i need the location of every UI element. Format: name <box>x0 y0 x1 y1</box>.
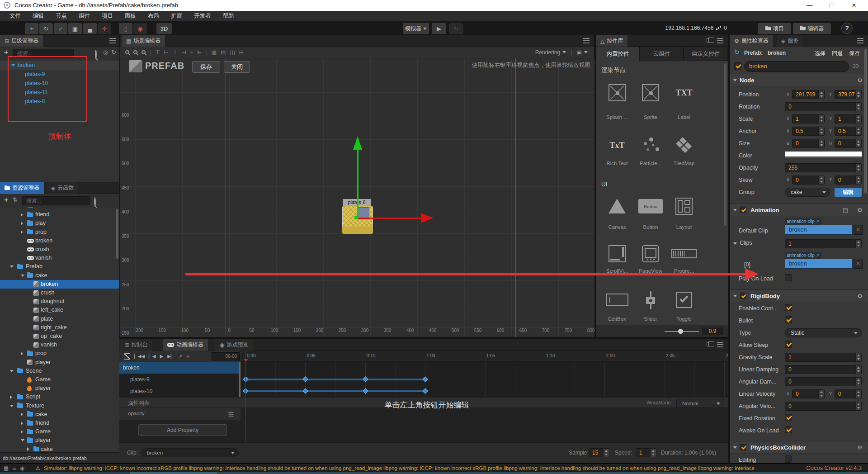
gizmo-y-arrowhead[interactable] <box>353 136 362 150</box>
menu-item-编辑[interactable]: 编辑 <box>27 11 50 21</box>
simulator-dropdown[interactable]: 模拟器 <box>403 23 429 34</box>
open-project-button[interactable]: 项目 <box>758 23 791 34</box>
asset-row-Texture[interactable]: Texture <box>0 402 119 410</box>
close-prefab-button[interactable]: 关闭 <box>224 61 250 73</box>
edit-group-button[interactable]: 编辑 <box>835 188 862 197</box>
search-icon[interactable] <box>94 197 96 207</box>
field-Linear Damping[interactable]: 0 <box>785 365 862 374</box>
field-Gravity Scale[interactable]: 1 <box>785 353 862 362</box>
asset-row-Scene[interactable]: Scene <box>0 367 119 375</box>
global-gizmo-button[interactable]: ◉ <box>133 23 147 34</box>
clip-dropdown[interactable]: broken <box>141 448 239 457</box>
keyframe[interactable] <box>303 376 309 382</box>
field-Rotation[interactable]: 0 <box>785 102 862 111</box>
warning-text[interactable]: Simulator: libpng warning: iCCP: known i… <box>44 465 797 471</box>
asset-row-cake[interactable]: cake <box>0 410 119 419</box>
camera-dropdown[interactable]: ▣ <box>577 49 588 56</box>
collapse-icon[interactable] <box>733 446 737 449</box>
next-frame-button[interactable]: ▶▏ <box>167 354 174 359</box>
timeline-ruler[interactable]: 0:000:050:101:001:051:102:002:052:10 <box>241 351 728 362</box>
prefab-save-button[interactable]: 保存 <box>849 50 860 57</box>
widget-Layout[interactable] <box>668 198 700 215</box>
expand-icon[interactable] <box>21 230 23 234</box>
menu-item-开发者[interactable]: 开发者 <box>188 11 217 21</box>
field-Scale-x[interactable]: 1 <box>792 114 825 123</box>
zoom-slider-knob[interactable] <box>678 329 683 334</box>
align-right-icon[interactable]: ⊩ <box>197 49 202 56</box>
refresh-button[interactable]: ↻ <box>449 23 463 34</box>
asset-row-plate[interactable]: plate <box>0 315 119 323</box>
widget-subtab-云组件[interactable]: 云组件 <box>640 47 684 61</box>
keyframe[interactable] <box>363 388 368 394</box>
gizmo-anchor[interactable] <box>354 216 358 219</box>
asset-row-left_cake[interactable]: left_cake <box>0 306 119 314</box>
widget-Label[interactable]: TXT <box>668 84 700 101</box>
collapse-icon[interactable] <box>21 439 24 441</box>
gear-icon[interactable]: ⚙ <box>857 444 863 451</box>
property-menu-icon[interactable] <box>228 412 233 417</box>
save-prefab-button[interactable]: 保存 <box>192 61 220 73</box>
clips-count-field[interactable]: 1 <box>785 239 862 248</box>
collapse-icon[interactable] <box>10 265 14 268</box>
checkbox-AwakeOnLoad[interactable] <box>785 426 792 433</box>
locate-icon[interactable]: ◎ <box>103 49 108 56</box>
speed-field[interactable]: 1 <box>636 448 656 457</box>
expand-icon[interactable] <box>21 222 23 225</box>
collapse-icon[interactable] <box>21 275 24 277</box>
zoom-reset-icon[interactable] <box>142 50 146 54</box>
align-top-icon[interactable]: ⊤ <box>155 49 160 56</box>
asset-row-crush[interactable]: crush <box>0 289 119 297</box>
asset-row-play[interactable]: play <box>0 219 119 228</box>
rewind-button[interactable]: ▏◀◀ <box>134 354 145 359</box>
expand-icon[interactable] <box>21 352 23 356</box>
asset-row-Prefab[interactable]: Prefab <box>0 262 119 271</box>
docs-icon[interactable]: ▤ <box>843 207 848 213</box>
asset-row-right_cake[interactable]: right_cake <box>0 323 119 332</box>
field-Anchor-y[interactable]: 0.5 <box>835 127 862 136</box>
wrapmode-dropdown[interactable]: Normal <box>676 399 724 408</box>
time-display[interactable]: 00-00 <box>212 352 240 360</box>
pivot-center-button[interactable]: ▄ <box>83 23 97 34</box>
remove-clip-button[interactable]: ✕ <box>854 225 863 235</box>
external-link-icon[interactable]: ↗ <box>816 219 819 224</box>
asset-row-vanish[interactable]: vanish <box>0 341 119 349</box>
gizmo-x-arrowhead[interactable] <box>421 213 434 223</box>
collapse-icon[interactable] <box>733 79 737 81</box>
close-button[interactable]: × <box>846 0 862 11</box>
remove-clip-button[interactable]: ✕ <box>854 259 863 269</box>
prev-frame-button[interactable]: ▏◀ <box>149 354 156 359</box>
tab-animation-editor[interactable]: 动画编辑器 <box>163 339 208 351</box>
add-asset-button[interactable]: + <box>4 196 8 204</box>
expand-icon[interactable] <box>21 422 23 425</box>
asset-row-player[interactable]: player <box>0 436 119 445</box>
gizmo-x-axis[interactable] <box>358 218 421 219</box>
asset-row-doughnut[interactable]: doughnut <box>0 297 119 306</box>
log-icon[interactable]: ≣ <box>12 465 17 471</box>
keyframe[interactable] <box>422 388 428 394</box>
expand-icon[interactable] <box>21 213 23 217</box>
widget-Toggle[interactable] <box>668 291 700 308</box>
asset-row-cake[interactable]: cake <box>0 271 119 280</box>
menu-item-节点[interactable]: 节点 <box>50 11 73 21</box>
add-node-button[interactable]: + <box>4 48 8 57</box>
asset-row-player[interactable]: player <box>0 384 119 393</box>
widgets-scrollbar[interactable] <box>724 63 726 226</box>
checkbox-AllowSleep[interactable] <box>785 341 792 348</box>
rect-tool-button[interactable]: ▣ <box>68 23 82 34</box>
asset-row-friend[interactable]: friend <box>0 419 119 427</box>
distribute-v-icon[interactable]: ▤ <box>221 49 226 56</box>
editing-checkbox[interactable] <box>785 455 792 463</box>
tab-cloud-functions[interactable]: ◈云函数 <box>47 182 78 194</box>
track-splitter[interactable] <box>239 362 241 397</box>
widget-subtab-自定义控件[interactable]: 自定义控件 <box>684 47 728 61</box>
tab-hierarchy[interactable]: ⊟层级管理器 <box>0 35 43 47</box>
color-swatch[interactable] <box>785 152 862 157</box>
search-icon[interactable] <box>95 50 97 59</box>
assets-scrollbar[interactable] <box>116 209 118 259</box>
tab-widget-library[interactable]: △控件库 <box>596 35 627 47</box>
scale-tool-button[interactable]: ↕ <box>54 23 67 34</box>
play-on-load-checkbox[interactable] <box>785 274 792 281</box>
add-property-button[interactable]: Add Property <box>138 424 227 436</box>
tab-services[interactable]: ◈服务 <box>777 35 803 47</box>
align-left-icon[interactable]: ⊣ <box>181 49 186 56</box>
